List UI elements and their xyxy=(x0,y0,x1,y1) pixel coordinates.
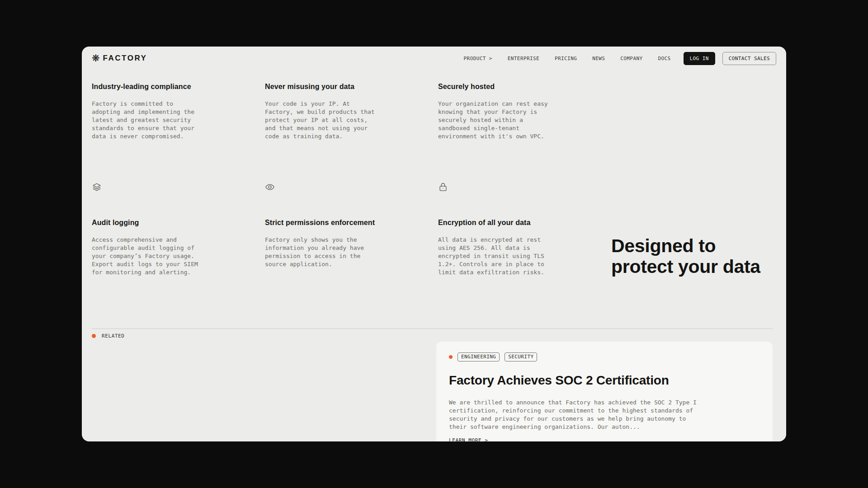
tag-engineering[interactable]: ENGINEERING xyxy=(458,352,500,361)
feature-title-encryption: Encryption of all your data xyxy=(438,219,592,227)
lock-icon xyxy=(438,182,448,192)
nav-item-company[interactable]: COMPANY xyxy=(620,56,642,61)
post-title: Factory Achieves SOC 2 Certification xyxy=(449,373,760,388)
feature-body-permissions: Factory only shows you the information y… xyxy=(265,236,376,268)
feature-body-audit-logging: Access comprehensive and configurable au… xyxy=(92,236,203,277)
main-nav: PRODUCT > ENTERPRISE PRICING NEWS COMPAN… xyxy=(464,52,776,65)
nav-item-news[interactable]: NEWS xyxy=(592,56,605,61)
related-post-card[interactable]: ENGINEERING SECURITY Factory Achieves SO… xyxy=(436,342,773,441)
learn-more-link[interactable]: LEARN MORE > xyxy=(449,437,488,441)
factory-logo-text: FACTORY xyxy=(103,54,147,63)
nav-item-enterprise[interactable]: ENTERPRISE xyxy=(508,56,539,61)
related-label-text: RELATED xyxy=(102,333,125,339)
post-excerpt: We are thrilled to announce that Factory… xyxy=(449,399,702,431)
factory-logo-icon: ❋ xyxy=(92,54,100,63)
post-tag-row: ENGINEERING SECURITY xyxy=(449,352,760,361)
feature-title-permissions: Strict permissions enforcement xyxy=(265,219,419,227)
orange-dot-icon xyxy=(92,334,96,338)
feature-body-encryption: All data is encrypted at rest using AES … xyxy=(438,236,549,277)
related-label: RELATED xyxy=(92,333,125,339)
feature-title-audit-logging: Audit logging xyxy=(92,219,245,227)
tag-security[interactable]: SECURITY xyxy=(505,352,537,361)
section-heading: Designed to protect your data xyxy=(611,235,763,277)
log-in-button[interactable]: LOG IN xyxy=(684,52,715,65)
orange-dot-icon xyxy=(449,355,453,359)
feature-body-securely-hosted: Your organization can rest easy knowing … xyxy=(438,100,549,141)
feature-title-compliance: Industry-leading compliance xyxy=(92,83,245,91)
nav-item-product[interactable]: PRODUCT > xyxy=(464,56,492,61)
feature-title-never-misusing: Never misusing your data xyxy=(265,83,419,91)
contact-sales-button[interactable]: CONTACT SALES xyxy=(722,52,776,65)
factory-logo[interactable]: ❋ FACTORY xyxy=(92,54,147,63)
feature-body-never-misusing: Your code is your IP. At Factory, we bui… xyxy=(265,100,376,141)
nav-item-docs[interactable]: DOCS xyxy=(658,56,670,61)
feature-title-securely-hosted: Securely hosted xyxy=(438,83,592,91)
site-content-card: ❋ FACTORY PRODUCT > ENTERPRISE PRICING N… xyxy=(82,47,786,441)
site-header: ❋ FACTORY PRODUCT > ENTERPRISE PRICING N… xyxy=(92,47,776,70)
nav-item-pricing[interactable]: PRICING xyxy=(555,56,577,61)
related-divider xyxy=(92,328,773,329)
eye-icon xyxy=(265,182,275,192)
feature-body-compliance: Factory is committed to adopting and imp… xyxy=(92,100,203,141)
layers-icon xyxy=(92,182,102,192)
